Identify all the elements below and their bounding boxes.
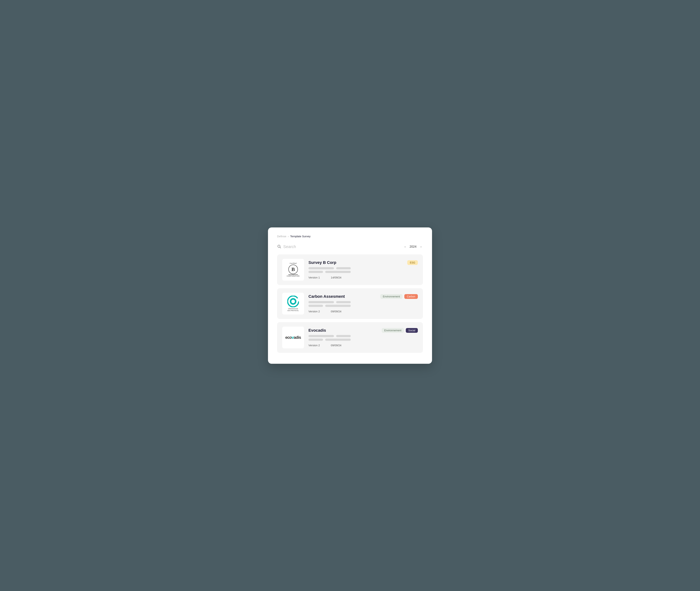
- search-input[interactable]: [283, 244, 338, 249]
- card-header-bcorp: Survey B Corp ESG: [308, 260, 418, 265]
- card-version-evocadis: Version 2: [308, 344, 320, 347]
- card-survey-bcorp[interactable]: Certified B Corporation Survey B Corp ES…: [277, 254, 423, 285]
- year-display: 2024: [409, 245, 417, 249]
- card-meta-bcorp: Version 1 14/09/24: [308, 276, 418, 279]
- card-meta-evocadis: Version 2 09/09/24: [308, 344, 418, 347]
- card-evocadis[interactable]: ecovadis Evocadis Environnement Social: [277, 322, 423, 353]
- svg-line-1: [280, 247, 281, 248]
- card-title-bcorp: Survey B Corp: [308, 260, 336, 265]
- breadcrumb: Definse › Template Survey: [277, 235, 423, 238]
- card-carbon-assessment[interactable]: GREENHOUSEGAS PROTOCOL Carbon Assesment …: [277, 288, 423, 319]
- card-header-evocadis: Evocadis Environnement Social: [308, 328, 418, 333]
- breadcrumb-current: Template Survey: [290, 235, 311, 238]
- card-logo-ghg: GREENHOUSEGAS PROTOCOL: [282, 293, 304, 315]
- breadcrumb-parent: Definse: [277, 235, 287, 238]
- tag-esg: ESG: [407, 260, 418, 265]
- card-content-carbon: Carbon Assesment Environnement Carbon: [308, 294, 418, 313]
- card-version-carbon: Version 2: [308, 310, 320, 313]
- card-skeleton-evocadis: [308, 335, 418, 341]
- search-left: [277, 244, 338, 249]
- card-content-evocadis: Evocadis Environnement Social: [308, 328, 418, 347]
- svg-point-4: [291, 300, 295, 303]
- year-prev-button[interactable]: ‹: [403, 244, 407, 249]
- card-tags-bcorp: ESG: [407, 260, 418, 265]
- year-nav: ‹ 2024 ›: [403, 244, 423, 249]
- card-date-carbon: 09/09/24: [331, 310, 341, 313]
- tag-environnement-evocadis: Environnement: [382, 328, 404, 333]
- card-meta-carbon: Version 2 09/09/24: [308, 310, 418, 313]
- card-date-bcorp: 14/09/24: [331, 276, 341, 279]
- tag-social: Social: [406, 328, 418, 333]
- card-tags-carbon: Environnement Carbon: [380, 294, 418, 299]
- year-next-button[interactable]: ›: [419, 244, 423, 249]
- tag-environnement-carbon: Environnement: [380, 294, 402, 299]
- card-skeleton-bcorp: [308, 267, 418, 273]
- search-icon: [277, 244, 281, 249]
- card-title-evocadis: Evocadis: [308, 328, 326, 333]
- card-version-bcorp: Version 1: [308, 276, 320, 279]
- card-logo-ecovadis: ecovadis: [282, 327, 304, 348]
- card-date-evocadis: 09/09/24: [331, 344, 341, 347]
- card-content-bcorp: Survey B Corp ESG Versio: [308, 260, 418, 279]
- search-bar: ‹ 2024 ›: [277, 244, 423, 249]
- breadcrumb-separator: ›: [288, 235, 289, 238]
- modal-container: Definse › Template Survey ‹ 2024 › C: [268, 227, 432, 364]
- card-logo-bcorp: Certified B Corporation: [282, 259, 304, 281]
- card-title-carbon: Carbon Assesment: [308, 294, 345, 299]
- card-header-carbon: Carbon Assesment Environnement Carbon: [308, 294, 418, 299]
- cards-list: Certified B Corporation Survey B Corp ES…: [277, 254, 423, 353]
- card-tags-evocadis: Environnement Social: [382, 328, 418, 333]
- card-skeleton-carbon: [308, 301, 418, 307]
- tag-carbon: Carbon: [404, 294, 418, 299]
